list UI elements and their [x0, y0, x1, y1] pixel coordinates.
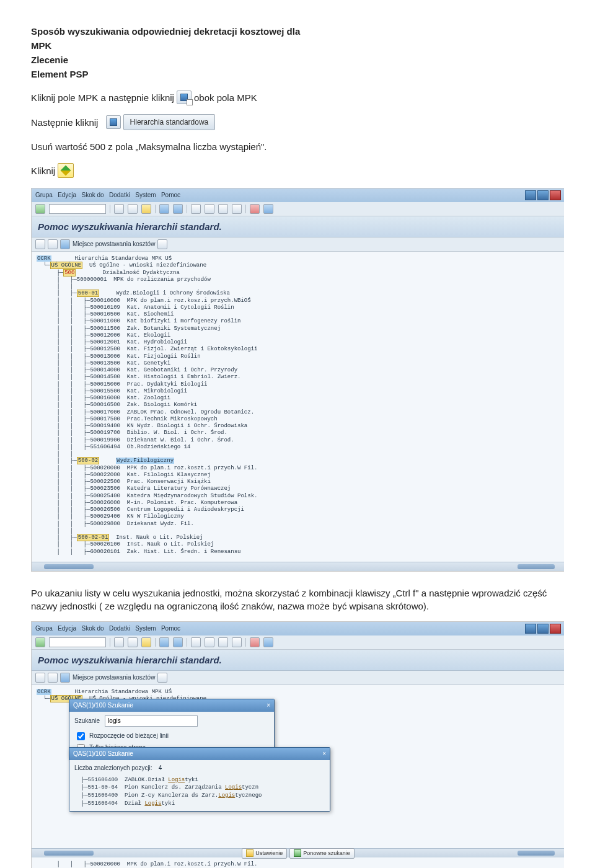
- window-buttons: [525, 190, 561, 200]
- menu-edycja[interactable]: Edycja: [58, 192, 76, 198]
- menu-dodatki[interactable]: Dodatki: [109, 192, 130, 198]
- toolbar-sep: [110, 638, 110, 647]
- toolbar-sep: [155, 638, 156, 647]
- tool-next-icon[interactable]: [218, 204, 228, 214]
- tool-print-icon[interactable]: [159, 637, 169, 647]
- tool-prev-icon[interactable]: [205, 204, 214, 214]
- toolbar-sep: [110, 205, 110, 213]
- dialog-close-icon[interactable]: ×: [267, 701, 270, 710]
- hierarchy-icon[interactable]: [106, 115, 121, 129]
- tool-ok-icon[interactable]: [35, 637, 45, 647]
- menu-grupa[interactable]: Grupa: [35, 192, 53, 198]
- menu-edycja[interactable]: Edycja: [58, 625, 76, 632]
- tool-cancel-icon[interactable]: [141, 637, 151, 647]
- tool-next-icon[interactable]: [218, 637, 228, 647]
- h-scrollbar[interactable]: [32, 562, 564, 571]
- text-click: Kliknij: [31, 164, 55, 177]
- scroll-thumb[interactable]: [44, 851, 94, 856]
- toolbar-sep: [155, 205, 156, 213]
- sub-toolbar: Miejsce powstawania kosztów: [32, 237, 564, 252]
- dialog-title: QAS(1)/100 Szukanie ×: [69, 699, 274, 712]
- refresh-icon[interactable]: [157, 673, 167, 683]
- tool-layout-icon[interactable]: [263, 204, 273, 214]
- sub-tool-icon[interactable]: [35, 673, 45, 683]
- sub-tool-icon[interactable]: [60, 239, 70, 249]
- main-toolbar: [32, 636, 564, 650]
- h-scrollbar[interactable]: Ustawienie Ponowne szukanie: [32, 848, 564, 857]
- tool-exit-icon[interactable]: [128, 204, 138, 214]
- menu-pomoc[interactable]: Pomoc: [161, 625, 180, 632]
- dropdown-icon[interactable]: [177, 91, 192, 104]
- menu-row: Grupa Edycja Skok do Dodatki System Pomo…: [35, 624, 180, 633]
- search-input[interactable]: [105, 715, 198, 727]
- text-next-click-suffix: [100, 116, 103, 129]
- refresh-icon[interactable]: [157, 239, 167, 249]
- tool-first-icon[interactable]: [191, 637, 201, 647]
- search-results-dialog: QAS(1)/100 Szukanie × Liczba znalezionyc…: [69, 747, 330, 812]
- chk-from-current[interactable]: Rozpoczęcie od bieżącej linii: [74, 730, 269, 742]
- tool-exit-icon[interactable]: [128, 637, 138, 647]
- sub-tool-icon[interactable]: [48, 239, 58, 249]
- search-label: Szukanie: [74, 717, 100, 725]
- menu-skok[interactable]: Skok do: [82, 625, 104, 632]
- scroll-thumb[interactable]: [518, 851, 555, 856]
- menu-row: Grupa Edycja Skok do Dodatki System Pomo…: [35, 191, 180, 200]
- win-close-icon[interactable]: [550, 624, 561, 634]
- win-close-icon[interactable]: [550, 190, 561, 200]
- sub-toolbar: Miejsce powstawania kosztów: [32, 671, 564, 685]
- win-min-icon[interactable]: [525, 624, 536, 634]
- tool-find-icon[interactable]: [173, 204, 183, 214]
- menu-system[interactable]: System: [135, 625, 156, 632]
- setting-button[interactable]: Ustawienie: [242, 848, 287, 859]
- heading-line1: Sposób wyszukiwania odpowiedniej dekreta…: [31, 25, 564, 38]
- text-before-icon: Kliknij pole MPK a następnie kliknij: [31, 91, 174, 104]
- execute-icon[interactable]: [58, 163, 74, 178]
- tool-help-icon[interactable]: [250, 204, 260, 214]
- win-max-icon[interactable]: [537, 624, 549, 634]
- search-again-button[interactable]: Ponowne szukanie: [289, 848, 355, 859]
- tool-cancel-icon[interactable]: [141, 204, 151, 214]
- tool-prev-icon[interactable]: [205, 637, 214, 647]
- tool-last-icon[interactable]: [232, 637, 242, 647]
- sub-tool-icon[interactable]: [35, 239, 45, 249]
- dialog-close-icon[interactable]: ×: [322, 750, 326, 758]
- tool-last-icon[interactable]: [232, 204, 242, 214]
- scroll-thumb[interactable]: [44, 564, 94, 569]
- tool-ok-icon[interactable]: [35, 204, 45, 214]
- tool-first-icon[interactable]: [191, 204, 201, 214]
- window-buttons: [525, 624, 561, 634]
- dialog-title: QAS(1)/100 Szukanie ×: [69, 748, 330, 760]
- menu-pomoc[interactable]: Pomoc: [161, 192, 180, 198]
- sub-tool-icon[interactable]: [48, 673, 58, 683]
- sub-tool-icon[interactable]: [60, 673, 70, 683]
- menu-system[interactable]: System: [135, 192, 156, 198]
- toolbar-sep: [187, 205, 187, 213]
- cmd-field[interactable]: [49, 204, 106, 214]
- menu-skok[interactable]: Skok do: [82, 192, 104, 198]
- menu-dodatki[interactable]: Dodatki: [109, 625, 130, 632]
- tool-help-icon[interactable]: [250, 637, 260, 647]
- tool-layout-icon[interactable]: [263, 637, 273, 647]
- sub-label: Miejsce powstawania kosztów: [73, 673, 155, 682]
- main-toolbar: [32, 202, 564, 216]
- hierarchy-button[interactable]: Hierarchia standardowa: [123, 114, 216, 130]
- page-title: Pomoc wyszukiwania hierarchii standard.: [32, 650, 564, 671]
- tool-print-icon[interactable]: [159, 204, 169, 214]
- menu-grupa[interactable]: Grupa: [35, 625, 53, 632]
- instruction-ctrl-f: Po ukazaniu listy w celu wyszukania jedn…: [31, 587, 564, 613]
- win-max-icon[interactable]: [537, 190, 549, 200]
- scroll-thumb[interactable]: [518, 564, 555, 569]
- toolbar-sep: [245, 205, 246, 213]
- tool-back-icon[interactable]: [114, 637, 124, 647]
- screenshot-2: Grupa Edycja Skok do Dodatki System Pomo…: [31, 621, 564, 868]
- tool-back-icon[interactable]: [114, 204, 124, 214]
- cmd-field[interactable]: [49, 637, 106, 647]
- tool-find-icon[interactable]: [173, 637, 183, 647]
- win-min-icon[interactable]: [525, 190, 536, 200]
- instruction-row-2: Następnie kliknij Hierarchia standardowa: [31, 114, 564, 130]
- text-next-click: Następnie kliknij: [31, 116, 98, 129]
- heading-line3: Zlecenie: [31, 53, 564, 66]
- instruction-remove-500: Usuń wartość 500 z pola „Maksymalna licz…: [31, 140, 564, 153]
- screenshot-1: Grupa Edycja Skok do Dodatki System Pomo…: [31, 188, 564, 572]
- page-title: Pomoc wyszukiwania hierarchii standard.: [32, 216, 564, 237]
